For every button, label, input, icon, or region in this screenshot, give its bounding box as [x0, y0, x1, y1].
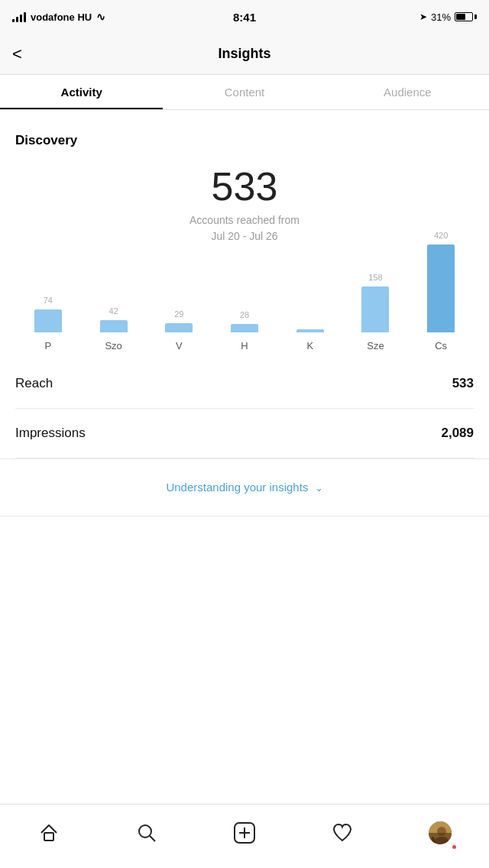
tabs-bar: Activity Content Audience [0, 75, 489, 110]
carrier-label: vodafone HU [31, 11, 92, 23]
nav-add[interactable] [225, 814, 264, 852]
avatar [427, 820, 453, 846]
svg-line-2 [150, 836, 155, 841]
back-button[interactable]: < [12, 44, 22, 64]
bottom-nav [0, 804, 489, 868]
bar-szo: 42 Szo [81, 306, 147, 359]
header: < Insights [0, 34, 489, 75]
stats-section: Reach 533 Impressions 2,089 [0, 359, 489, 458]
discovery-title: Discovery [0, 118, 489, 156]
battery-icon [455, 12, 477, 21]
page-title: Insights [218, 46, 270, 62]
impressions-row: Impressions 2,089 [15, 409, 474, 458]
reach-row: Reach 533 [15, 359, 474, 409]
chart-bars: 74 P 42 Szo 29 V 28 H [15, 260, 474, 359]
discovery-section: Discovery 533 Accounts reached fromJul 2… [0, 110, 489, 359]
chevron-down-icon: ⌄ [315, 482, 323, 494]
understanding-link[interactable]: Understanding your insights ⌄ [166, 481, 322, 494]
status-right: ➤ 31% [419, 11, 477, 23]
profile-notification-dot [451, 844, 458, 850]
search-icon [136, 822, 157, 844]
tab-content[interactable]: Content [163, 75, 325, 109]
bar-cs: 420 Cs [408, 231, 474, 359]
status-time: 8:41 [233, 11, 256, 24]
bar-h: 28 H [212, 310, 277, 359]
nav-search[interactable] [128, 814, 166, 852]
reach-number: 533 [0, 164, 489, 209]
svg-point-8 [434, 837, 449, 846]
bar-v: 29 V [146, 309, 212, 359]
battery-percent: 31% [431, 11, 451, 23]
status-left: vodafone HU ∿ [12, 11, 105, 23]
signal-icon [12, 11, 26, 22]
nav-heart[interactable] [323, 814, 361, 852]
impressions-label: Impressions [15, 426, 86, 441]
bar-chart: 74 P 42 Szo 29 V 28 H [0, 245, 489, 359]
tab-audience[interactable]: Audience [326, 75, 489, 109]
status-bar: vodafone HU ∿ 8:41 ➤ 31% [0, 0, 489, 34]
understanding-row[interactable]: Understanding your insights ⌄ [0, 458, 489, 517]
location-icon: ➤ [419, 11, 427, 22]
heart-icon [332, 822, 353, 844]
bar-p: 74 P [15, 296, 81, 359]
svg-point-7 [437, 827, 446, 836]
wifi-icon: ∿ [96, 11, 105, 23]
svg-rect-9 [431, 836, 436, 843]
nav-profile[interactable] [421, 814, 459, 852]
main-content: Discovery 533 Accounts reached fromJul 2… [0, 110, 489, 593]
svg-rect-0 [44, 833, 53, 840]
reach-value: 533 [452, 376, 474, 391]
bar-sze: 158 Sze [343, 273, 409, 359]
tab-activity[interactable]: Activity [0, 75, 163, 109]
reach-label: Reach [15, 376, 53, 391]
svg-point-1 [139, 825, 151, 837]
impressions-value: 2,089 [441, 426, 474, 441]
nav-home[interactable] [30, 814, 68, 852]
bar-k: 0 K [277, 316, 343, 359]
add-icon [233, 821, 256, 844]
home-icon [38, 822, 60, 844]
svg-point-6 [429, 821, 453, 846]
